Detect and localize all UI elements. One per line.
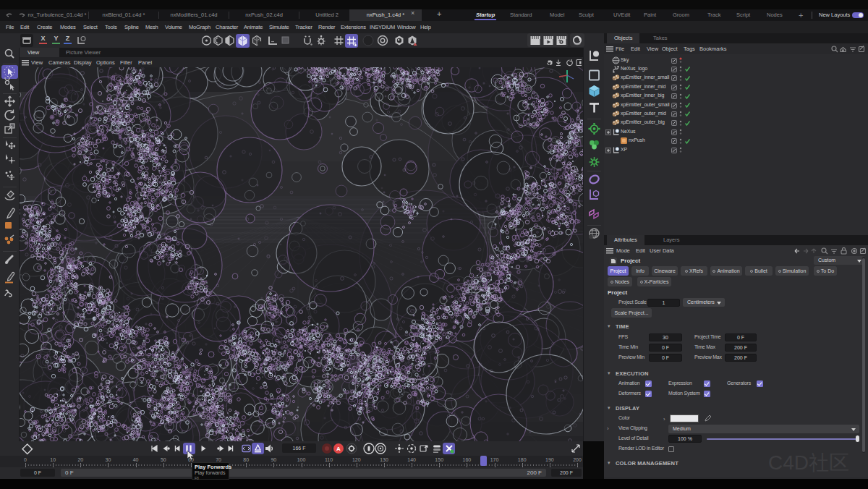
svg-text:A: A [336, 446, 341, 452]
